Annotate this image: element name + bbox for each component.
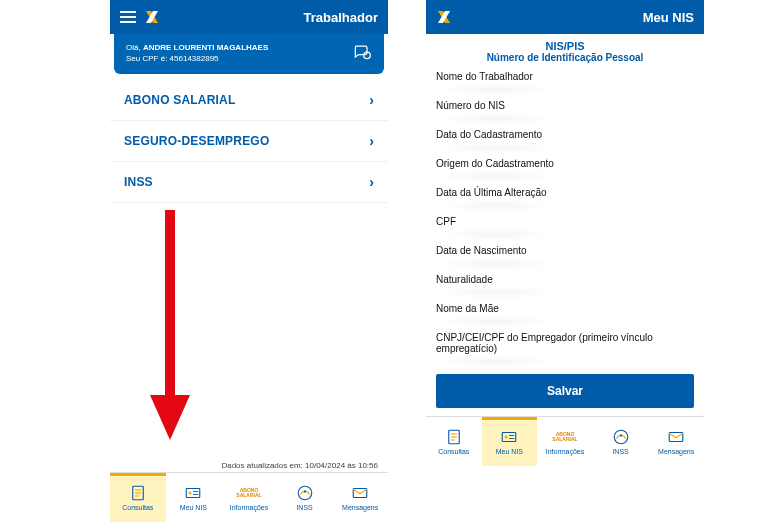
svg-point-10 [189, 492, 192, 495]
nis-field: Data de Nascimento [436, 241, 694, 270]
topbar: Trabalhador [110, 0, 388, 34]
svg-point-16 [303, 490, 305, 492]
svg-rect-32 [669, 433, 683, 442]
phone-screen-trabalhador: Trabalhador Olá, ANDRE LOURENTI MAGALHAE… [110, 0, 388, 522]
nis-fields: Nome do TrabalhadorNúmero do NISData do … [426, 67, 704, 368]
field-label: Data de Nascimento [436, 245, 694, 256]
menu-item-inss[interactable]: INSS › [110, 162, 388, 203]
tab-label: Mensagens [658, 448, 694, 455]
field-label: Data da Última Alteração [436, 187, 694, 198]
tab-meu-nis[interactable]: Meu NIS [166, 473, 222, 522]
svg-rect-24 [503, 433, 517, 442]
nis-field: Nome do Trabalhador [436, 67, 694, 96]
tab-consultas[interactable]: Consultas [110, 473, 166, 522]
field-label: Nome do Trabalhador [436, 71, 694, 82]
redacted-value [436, 288, 556, 297]
redacted-value [436, 357, 556, 366]
mail-icon [350, 484, 370, 502]
svg-point-15 [298, 486, 312, 500]
topbar: Meu NIS [426, 0, 704, 34]
tab-mensagens[interactable]: Mensagens [332, 473, 388, 522]
tab-meu-nis[interactable]: Meu NIS [482, 417, 538, 466]
inss-icon [295, 484, 315, 502]
redacted-value [436, 85, 556, 94]
nis-field: Número do NIS [436, 96, 694, 125]
phone-screen-meu-nis: Meu NIS NIS/PIS Número de Identificação … [426, 0, 704, 522]
svg-rect-17 [353, 489, 367, 498]
tab-informações[interactable]: ABONOSALARIALInformações [221, 473, 277, 522]
redacted-value [436, 143, 556, 152]
tab-label: Meu NIS [496, 448, 523, 455]
main-menu: ABONO SALARIAL › SEGURO-DESEMPREGO › INS… [110, 80, 388, 203]
caixa-logo-icon [144, 9, 160, 25]
spacer [110, 203, 388, 457]
redacted-value [436, 259, 556, 268]
save-button[interactable]: Salvar [436, 374, 694, 408]
bottom-tabbar: ConsultasMeu NISABONOSALARIALInformações… [110, 472, 388, 522]
chevron-right-icon: › [369, 133, 374, 149]
tab-inss[interactable]: INSS [593, 417, 649, 466]
card-icon [499, 428, 519, 446]
menu-item-abono[interactable]: ABONO SALARIAL › [110, 80, 388, 121]
inss-icon [611, 428, 631, 446]
menu-item-label: SEGURO-DESEMPREGO [124, 134, 269, 148]
save-button-label: Salvar [547, 384, 583, 398]
user-greeting-prefix: Olá, [126, 43, 141, 52]
nis-field: Data do Cadastramento [436, 125, 694, 154]
nis-field: Naturalidade [436, 270, 694, 299]
tab-label: Consultas [438, 448, 469, 455]
nis-header-line1: NIS/PIS [430, 40, 700, 52]
tab-informações[interactable]: ABONOSALARIALInformações [537, 417, 593, 466]
user-name: ANDRE LOURENTI MAGALHAES [143, 43, 268, 52]
menu-item-label: INSS [124, 175, 153, 189]
user-info-text: Olá, ANDRE LOURENTI MAGALHAES Seu CPF é:… [126, 43, 268, 65]
nis-field: CNPJ/CEI/CPF do Empregador (primeiro vín… [436, 328, 694, 368]
last-update-text: Dados atualizados em: 10/04/2024 às 10:5… [110, 457, 388, 472]
tab-label: Consultas [122, 504, 153, 511]
redacted-value [436, 317, 556, 326]
redacted-value [436, 230, 556, 239]
bottom-tabbar: ConsultasMeu NISABONOSALARIALInformações… [426, 416, 704, 466]
tab-label: Informações [546, 448, 585, 455]
tab-label: INSS [296, 504, 312, 511]
redacted-value [436, 114, 556, 123]
chevron-right-icon: › [369, 174, 374, 190]
svg-point-31 [619, 434, 621, 436]
nis-field: Nome da Mãe [436, 299, 694, 328]
svg-point-30 [614, 430, 628, 444]
field-label: Nome da Mãe [436, 303, 694, 314]
svg-rect-9 [187, 489, 201, 498]
topbar-left [436, 9, 452, 25]
nis-field: CPF [436, 212, 694, 241]
tab-inss[interactable]: INSS [277, 473, 333, 522]
chat-icon[interactable] [352, 42, 372, 66]
topbar-title: Meu NIS [643, 10, 694, 25]
field-label: CPF [436, 216, 694, 227]
cpf-value: 45614382895 [170, 54, 219, 63]
tab-label: Meu NIS [180, 504, 207, 511]
redacted-value [436, 172, 556, 181]
doc-icon [444, 428, 464, 446]
tab-mensagens[interactable]: Mensagens [648, 417, 704, 466]
doc-icon [128, 484, 148, 502]
abono-icon: ABONOSALARIAL [239, 484, 259, 502]
topbar-left [120, 9, 160, 25]
nis-field: Origem do Cadastramento [436, 154, 694, 183]
tab-consultas[interactable]: Consultas [426, 417, 482, 466]
tab-label: INSS [612, 448, 628, 455]
cpf-label: Seu CPF é: [126, 54, 167, 63]
mail-icon [666, 428, 686, 446]
field-label: Data do Cadastramento [436, 129, 694, 140]
tab-label: Informações [230, 504, 269, 511]
tab-label: Mensagens [342, 504, 378, 511]
topbar-title: Trabalhador [304, 10, 378, 25]
card-icon [183, 484, 203, 502]
menu-item-seguro[interactable]: SEGURO-DESEMPREGO › [110, 121, 388, 162]
chevron-right-icon: › [369, 92, 374, 108]
menu-icon[interactable] [120, 11, 136, 23]
abono-icon: ABONOSALARIAL [555, 428, 575, 446]
field-label: Número do NIS [436, 100, 694, 111]
caixa-logo-icon [436, 9, 452, 25]
user-info-card: Olá, ANDRE LOURENTI MAGALHAES Seu CPF é:… [114, 34, 384, 74]
nis-header: NIS/PIS Número de Identificação Pessoal [426, 34, 704, 67]
